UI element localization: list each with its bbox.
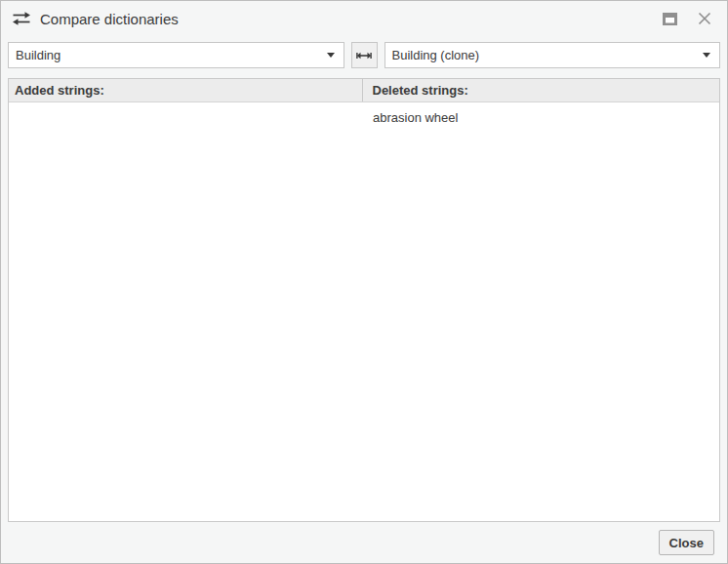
compare-dictionaries-dialog: Compare dictionaries Building: [0, 0, 728, 564]
list-item[interactable]: abrasion wheel: [364, 108, 719, 128]
compare-panel-body: abrasion wheel: [9, 102, 719, 521]
close-window-button[interactable]: [696, 10, 713, 27]
titlebar: Compare dictionaries: [1, 1, 727, 36]
compare-arrows-icon: [12, 11, 31, 26]
left-right-arrow-icon: [356, 50, 372, 61]
compare-panel: Added strings: Deleted strings: abrasion…: [8, 78, 720, 522]
maximize-button[interactable]: [661, 10, 678, 27]
added-strings-header: Added strings:: [9, 79, 362, 101]
compare-panel-header: Added strings: Deleted strings:: [9, 79, 719, 102]
window-title: Compare dictionaries: [40, 11, 179, 27]
close-button[interactable]: Close: [659, 530, 714, 555]
left-dictionary-select[interactable]: Building: [8, 42, 344, 68]
caret-down-icon: [703, 53, 710, 58]
left-dictionary-value: Building: [16, 48, 61, 62]
close-icon: [698, 12, 711, 25]
swap-dictionaries-button[interactable]: [351, 42, 378, 68]
maximize-icon: [663, 13, 677, 25]
added-strings-list: [9, 102, 364, 521]
right-dictionary-value: Building (clone): [392, 48, 480, 62]
deleted-strings-header: Deleted strings:: [362, 79, 720, 101]
dialog-footer: Close: [1, 522, 727, 563]
dictionary-selector-row: Building Building (clone): [8, 42, 720, 68]
deleted-strings-list: abrasion wheel: [364, 102, 719, 521]
caret-down-icon: [327, 53, 335, 58]
right-dictionary-select[interactable]: Building (clone): [384, 42, 721, 68]
